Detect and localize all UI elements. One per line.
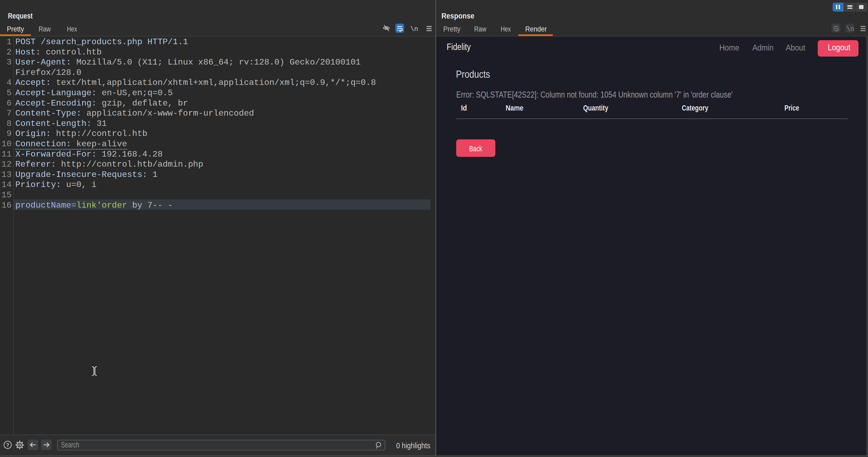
svg-text:?: ? <box>6 442 9 448</box>
